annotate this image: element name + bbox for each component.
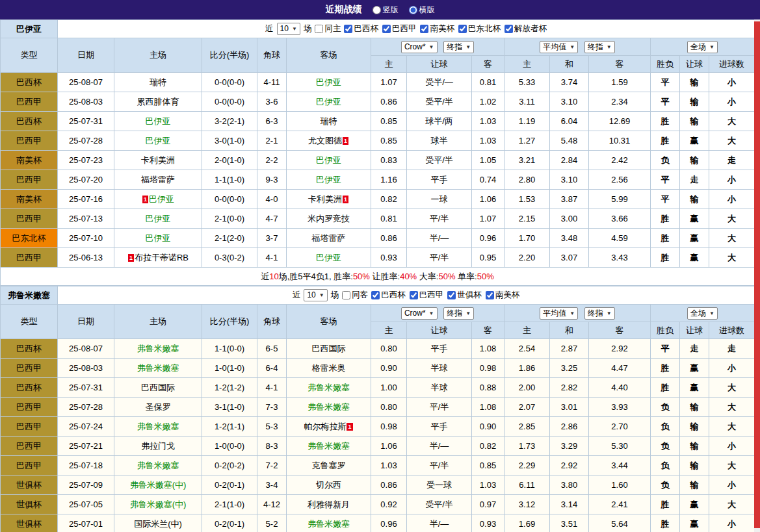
euro-company-select[interactable]: 平均值▼ <box>540 41 578 53</box>
team-link[interactable]: 巴西国际 <box>141 383 175 392</box>
league-filter[interactable]: 巴西杯 <box>344 23 378 34</box>
league-filter[interactable]: 巴西杯 <box>371 290 406 301</box>
team-link[interactable]: 巴伊亚 <box>146 214 171 223</box>
away-team[interactable]: 巴西国际 <box>287 339 371 359</box>
home-team[interactable]: 圣保罗 <box>114 398 202 417</box>
away-team[interactable]: 瑞特 <box>287 112 371 131</box>
team-link[interactable]: 帕尔梅拉斯 <box>304 422 346 431</box>
team-link[interactable]: 卡利美洲 <box>141 155 175 165</box>
home-team[interactable]: 弗鲁米嫩塞(中) <box>114 495 202 514</box>
vertical-scrollbar[interactable] <box>754 19 760 532</box>
same-venue-filter[interactable]: 同主 <box>315 23 341 34</box>
result-period-select[interactable]: 全场▼ <box>687 307 718 320</box>
home-team[interactable]: 弗鲁米嫩塞 <box>114 456 202 475</box>
team-link[interactable]: 切尔西 <box>316 480 341 490</box>
team-link[interactable]: 弗鲁米嫩塞 <box>137 363 179 373</box>
team-link[interactable]: 布拉干蒂诺RB <box>135 253 189 262</box>
team-link[interactable]: 巴西国际 <box>312 344 346 353</box>
team-link[interactable]: 弗鲁米嫩塞 <box>308 519 350 529</box>
recent-count-select[interactable]: 10▼ <box>277 23 300 35</box>
asia-time-select[interactable]: 终指▼ <box>443 307 474 320</box>
away-team[interactable]: 利雅得新月 <box>287 495 371 514</box>
home-team[interactable]: 巴西国际 <box>114 378 202 398</box>
team-link[interactable]: 弗鲁米嫩塞 <box>137 461 179 470</box>
away-team[interactable]: 巴伊亚 <box>287 151 371 170</box>
horizontal-radio[interactable] <box>409 6 417 14</box>
league-checkbox[interactable] <box>382 25 391 33</box>
league-filter[interactable]: 巴西甲 <box>382 23 417 34</box>
same-venue-checkbox[interactable] <box>342 291 350 299</box>
league-checkbox[interactable] <box>420 25 428 33</box>
team-link[interactable]: 瑞特 <box>150 77 166 87</box>
team-link[interactable]: 弗拉门戈 <box>141 441 175 451</box>
away-team[interactable]: 福塔雷萨 <box>287 229 371 248</box>
home-team[interactable]: 瑞特 <box>114 73 202 92</box>
league-filter[interactable]: 解放者杯 <box>504 23 547 34</box>
away-team[interactable]: 克鲁塞罗 <box>287 456 371 475</box>
team-link[interactable]: 巴伊亚 <box>146 116 171 126</box>
team-link[interactable]: 瑞特 <box>321 116 337 126</box>
team-link[interactable]: 巴伊亚 <box>146 136 171 146</box>
asia-company-select[interactable]: Crow*▼ <box>401 307 438 320</box>
away-team[interactable]: 弗鲁米嫩塞 <box>287 514 371 532</box>
team-link[interactable]: 弗鲁米嫩塞 <box>137 344 179 353</box>
team-link[interactable]: 圣保罗 <box>146 402 171 412</box>
team-link[interactable]: 利雅得新月 <box>308 500 350 509</box>
scrollbar-thumb[interactable] <box>754 21 760 528</box>
away-team[interactable]: 弗鲁米嫩塞 <box>287 437 371 456</box>
home-team[interactable]: 国际米兰(中) <box>114 514 202 532</box>
league-filter[interactable]: 巴西甲 <box>410 290 444 301</box>
away-team[interactable]: 尤文图德1 <box>287 131 371 151</box>
team-link[interactable]: 巴伊亚 <box>316 253 341 262</box>
home-team[interactable]: 巴伊亚 <box>114 229 202 248</box>
away-team[interactable]: 切尔西 <box>287 475 371 495</box>
league-filter[interactable]: 南美杯 <box>420 23 454 34</box>
home-team[interactable]: 弗鲁米嫩塞(中) <box>114 475 202 495</box>
away-team[interactable]: 弗鲁米嫩塞 <box>287 398 371 417</box>
home-team[interactable]: 福塔雷萨 <box>114 170 202 190</box>
same-venue-checkbox[interactable] <box>315 25 323 33</box>
league-filter[interactable]: 南美杯 <box>486 290 520 301</box>
view-mode-vertical[interactable]: 竖版 <box>373 5 399 16</box>
home-team[interactable]: 巴伊亚 <box>114 112 202 131</box>
team-link[interactable]: 福塔雷萨 <box>312 233 346 243</box>
away-team[interactable]: 帕尔梅拉斯1 <box>287 417 371 437</box>
home-team[interactable]: 累西腓体育 <box>114 92 202 112</box>
league-checkbox[interactable] <box>504 25 513 33</box>
home-team[interactable]: 弗鲁米嫩塞 <box>114 359 202 378</box>
league-checkbox[interactable] <box>447 291 456 299</box>
team-link[interactable]: 累西腓体育 <box>137 97 179 107</box>
home-team[interactable]: 弗鲁米嫩塞 <box>114 417 202 437</box>
team-link[interactable]: 弗鲁米嫩塞 <box>308 383 350 392</box>
team-link[interactable]: 尤文图德 <box>308 136 342 146</box>
league-checkbox[interactable] <box>410 291 418 299</box>
same-venue-filter[interactable]: 同客 <box>342 290 368 301</box>
team-link[interactable]: 巴伊亚 <box>149 194 174 204</box>
asia-company-select[interactable]: Crow*▼ <box>401 41 438 53</box>
team-link[interactable]: 卡利美洲 <box>308 194 342 204</box>
view-mode-horizontal[interactable]: 横版 <box>409 5 435 16</box>
team-link[interactable]: 格雷米奥 <box>312 363 346 373</box>
home-team[interactable]: 巴伊亚 <box>114 209 202 229</box>
team-link[interactable]: 米内罗竞技 <box>308 214 350 223</box>
team-link[interactable]: 巴伊亚 <box>316 155 341 165</box>
team-link[interactable]: 福塔雷萨 <box>141 175 175 184</box>
home-team[interactable]: 弗鲁米嫩塞 <box>114 339 202 359</box>
euro-time-select[interactable]: 终指▼ <box>584 41 615 53</box>
away-team[interactable]: 巴伊亚 <box>287 170 371 190</box>
home-team[interactable]: 卡利美洲 <box>114 151 202 170</box>
home-team[interactable]: 巴伊亚 <box>114 131 202 151</box>
vertical-radio[interactable] <box>373 6 381 14</box>
away-team[interactable]: 巴伊亚 <box>287 73 371 92</box>
away-team[interactable]: 卡利美洲1 <box>287 190 371 209</box>
away-team[interactable]: 巴伊亚 <box>287 92 371 112</box>
league-checkbox[interactable] <box>486 291 494 299</box>
team-link[interactable]: 国际米兰(中) <box>134 519 182 529</box>
team-link[interactable]: 弗鲁米嫩塞 <box>308 402 350 412</box>
team-link[interactable]: 克鲁塞罗 <box>312 461 346 470</box>
recent-count-select[interactable]: 10▼ <box>304 289 327 301</box>
team-link[interactable]: 弗鲁米嫩塞 <box>308 441 350 451</box>
away-team[interactable]: 巴伊亚 <box>287 248 371 268</box>
league-checkbox[interactable] <box>371 291 380 299</box>
home-team[interactable]: 弗拉门戈 <box>114 437 202 456</box>
